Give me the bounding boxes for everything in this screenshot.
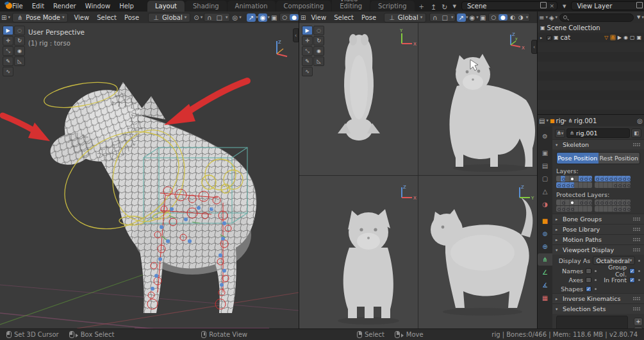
layer-toggle[interactable] [570,176,574,182]
hide-viewport-icon[interactable]: ▢ [630,35,635,40]
layer-toggle[interactable] [561,176,565,182]
menu-render[interactable]: Render [49,1,81,11]
tool-scale[interactable]: ⤡ [302,46,313,56]
layer-toggle[interactable] [617,200,622,205]
gizmo-toggle-icon[interactable]: ↗ [247,13,256,22]
tool-cursor[interactable]: ◌ [313,26,324,35]
layer-toggle[interactable] [604,200,608,205]
chevron-down-icon[interactable]: ▾ [641,15,644,20]
layer-toggle[interactable] [574,176,579,182]
layer-toggle[interactable] [579,206,583,212]
panel-grip-icon[interactable] [633,238,641,242]
tool-select-box[interactable]: ▶ [302,26,313,35]
layer-toggle[interactable] [613,176,617,182]
layer-toggle[interactable] [622,206,626,212]
snap-target-icon[interactable]: □ [441,14,449,21]
menu-help[interactable]: Help [115,1,138,11]
layer-toggle[interactable] [613,206,617,212]
layer-toggle[interactable] [561,182,565,188]
layer-toggle[interactable] [595,176,599,182]
layer-toggle[interactable] [599,176,604,182]
panel-grip-icon[interactable] [633,217,641,221]
tool-select-box[interactable]: ▶ [3,26,13,35]
menu-pose[interactable]: Pose [358,13,380,22]
selection-sets-list[interactable] [556,316,628,328]
tab-video-editing[interactable]: Video Editing [332,0,370,12]
publish-icon[interactable]: ↥ [428,3,439,12]
armature-data-icon[interactable]: ⋔ [610,35,616,40]
tab-compositing[interactable]: Compositing [276,1,332,12]
tool-rotate[interactable]: ↻ [14,36,25,46]
tab-output[interactable]: ▤ [538,160,552,172]
panel-pose-library[interactable]: ▸ Pose Library [552,224,644,234]
layer-toggle[interactable] [599,200,604,205]
mesh-data-icon[interactable]: ▽ [604,35,608,40]
outliner-row-scene-collection[interactable]: ▣ Scene Collection [538,23,644,33]
layer-toggle[interactable] [622,182,626,188]
tab-layout[interactable]: Layout [147,1,185,12]
panel-bone-groups[interactable]: ▸ Bone Groups [552,214,644,224]
viewport-main[interactable]: ⊞ ▾ ⋔ Pose Mode ▾ View Select Pose ⊥ Glo… [0,12,299,328]
axes-checkbox[interactable] [586,277,591,283]
chevron-down-icon[interactable]: ▾ [526,15,529,20]
chevron-down-icon[interactable]: ▾ [226,15,228,20]
layer-toggle[interactable] [608,176,613,182]
tab-shading[interactable]: Shading [185,1,227,12]
layer-toggle[interactable] [561,206,565,212]
panel-grip-icon[interactable] [633,143,641,147]
tab-view-layer[interactable]: ▢ [538,173,552,185]
tool-move[interactable]: ✛ [3,36,13,46]
tab-object[interactable]: ■ [538,215,552,227]
layer-toggle[interactable] [588,176,592,182]
quad-side-view[interactable]: Z Y [418,176,537,328]
pin-icon[interactable]: ◎ [636,117,644,124]
panel-grip-icon[interactable] [633,297,641,301]
selectable-icon[interactable]: ▶ [618,35,622,40]
tab-texture[interactable]: ▦ [538,292,552,304]
layer-toggle[interactable] [583,182,588,188]
tab-bone-constraints[interactable]: ∡ [538,279,552,291]
shading-wireframe-icon[interactable]: ○ [281,14,288,21]
orientation-dropdown[interactable]: ⊥ Global ▾ [384,13,426,22]
names-checkbox[interactable] [586,268,591,274]
sidebar-collapse-arrow[interactable]: ‹ [531,40,537,54]
overlays-toggle-icon[interactable]: ◉ [258,13,268,22]
layer-toggle[interactable] [574,182,579,188]
tab-bone[interactable]: ∠ [538,266,552,278]
viewport-3d-canvas[interactable]: Z [0,23,299,328]
overlays-toggle-icon[interactable]: ◉ [468,14,476,21]
tool-rotate[interactable]: ↻ [313,36,324,46]
layer-toggle[interactable] [570,206,574,212]
shading-rendered-icon[interactable]: ◑ [518,14,524,21]
shading-solid-icon[interactable]: ● [499,14,508,21]
tab-scripting[interactable]: Scripting [370,1,414,12]
panel-grip-icon[interactable] [633,248,641,252]
new-scene-icon[interactable] [541,3,547,8]
menu-edit[interactable]: Edit [28,1,49,11]
tab-tool[interactable]: ⚙ [538,130,552,142]
new-view-layer-icon[interactable] [638,3,643,8]
editor-type-icon[interactable]: ▤ [538,117,546,124]
gizmo-toggle-icon[interactable]: ↗ [457,13,466,22]
layer-toggle[interactable] [599,182,604,188]
layer-toggle[interactable] [626,200,631,205]
layer-toggle[interactable] [556,200,561,205]
add-selection-set-button[interactable]: + [634,318,643,326]
scene-name[interactable]: Scene [463,3,540,10]
close-scene-icon[interactable]: × [548,3,556,9]
layer-toggle[interactable] [570,200,574,205]
collection-checkbox[interactable]: ✓ [547,35,552,40]
layer-toggle[interactable] [556,206,561,212]
layer-toggle[interactable] [583,206,588,212]
menu-select[interactable]: Select [330,13,358,22]
panel-grip-icon[interactable] [633,307,641,311]
layer-toggle[interactable] [595,206,599,212]
viewport-quad[interactable]: ⊞ View Select Pose ⊥ Global ▾ ∩ □ ▾ ↗ ▾ … [299,12,537,328]
chevron-down-icon[interactable]: ▾ [556,15,558,20]
panel-selection-sets[interactable]: ▾ Selection Sets [552,303,644,314]
layer-toggle[interactable] [588,206,592,212]
in-front-checkbox[interactable]: ✓ [629,277,635,283]
shading-solid-icon[interactable]: ● [290,14,299,21]
layer-toggle[interactable] [565,176,570,182]
tool-transform[interactable]: ◉ [14,46,25,56]
